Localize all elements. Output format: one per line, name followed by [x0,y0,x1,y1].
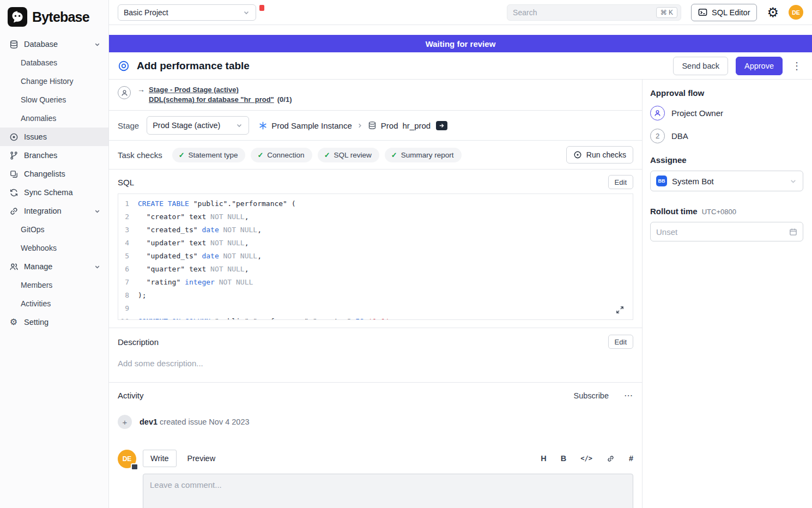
assignee-select[interactable]: BB System Bot [650,171,803,191]
sidebar-item-label: Anomalies [21,114,56,123]
sql-editor-label: SQL Editor [712,8,750,17]
task-link[interactable]: DDL(schema) for database "hr_prod" [149,95,274,104]
code-line: 9 [118,302,633,315]
sidebar-item-label: Changelists [24,170,65,178]
user-avatar[interactable]: DE [789,5,803,20]
code-text: COMMENT ON COLUMN "public"."performance"… [138,315,394,320]
sidebar-item-members[interactable]: Members [0,276,108,294]
sidebar-item-database[interactable]: Database [0,35,108,53]
stage-label: Stage [118,121,139,130]
run-checks-button[interactable]: Run checks [566,146,633,164]
task-check-sql-review[interactable]: ✓SQL review [318,148,379,162]
sidebar-item-slow-queries[interactable]: Slow Queries [0,90,108,109]
code-line: 10COMMENT ON COLUMN "public"."performanc… [118,315,633,320]
database-icon [9,40,19,49]
database-link[interactable]: hr_prod [402,121,431,130]
sql-editor-button[interactable]: SQL Editor [691,4,757,21]
sidebar-nav: DatabaseDatabasesChange HistorySlow Quer… [0,35,108,331]
notification-dot[interactable] [259,5,264,11]
description-placeholder: Add some description... [118,359,633,368]
task-check-label: Statement type [189,151,238,159]
sql-section: SQL Edit 1CREATE TABLE "public"."perform… [109,170,642,328]
sidebar-item-setting[interactable]: ⚙Setting [0,313,108,331]
bold-icon[interactable]: B [561,454,566,463]
check-icon: ✓ [179,151,185,159]
task-count: (0/1) [277,95,292,104]
comment-input[interactable] [143,474,633,508]
sidebar-item-label: Activities [21,299,51,308]
send-back-button[interactable]: Send back [673,57,728,75]
sidebar-item-gitops[interactable]: GitOps [0,220,108,239]
hash-icon[interactable]: # [629,454,633,463]
chevron-down-icon [94,263,101,270]
sidebar-item-integration[interactable]: Integration [0,202,108,220]
code-text: "rating" integer NOT NULL [138,276,253,289]
task-check-label: Connection [267,151,304,159]
sql-edit-button[interactable]: Edit [608,175,633,189]
task-check-statement-type[interactable]: ✓Statement type [172,148,246,162]
subscribe-button[interactable]: Subscribe [574,391,609,400]
sidebar-item-label: Webhooks [21,244,57,252]
search-input[interactable] [513,8,652,17]
assignee-avatar: BB [656,176,667,186]
bytebase-logo[interactable]: Bytebase [0,0,108,35]
code-text: "updater" text NOT NULL, [138,237,249,250]
line-number: 8 [118,289,138,302]
expand-icon[interactable] [616,306,624,314]
sidebar-item-manage[interactable]: Manage [0,257,108,276]
activity-text: created issue Nov 4 2023 [160,418,249,426]
changelist-icon [9,170,19,179]
chevron-down-icon [789,177,797,185]
description-label: Description [118,337,159,347]
arrow-right-icon: → [137,85,145,94]
sidebar-item-anomalies[interactable]: Anomalies [0,109,108,128]
sidebar-item-branches[interactable]: Branches [0,146,108,165]
search-box[interactable]: ⌘ K [507,4,681,21]
activity-more-icon[interactable]: ⋯ [624,390,633,401]
sidebar-item-changelists[interactable]: Changelists [0,165,108,183]
sidebar-item-issues[interactable]: Issues [0,128,108,146]
open-in-sql-editor-icon[interactable] [436,121,447,130]
activity-label: Activity [118,391,144,400]
instance-link[interactable]: Prod Sample Instance [271,121,352,130]
right-panel: Approval flow Project Owner2DBA Assignee… [642,80,812,508]
chevron-down-icon [94,41,101,48]
task-check-summary-report[interactable]: ✓Summary report [385,148,462,162]
project-select[interactable]: Basic Project [118,4,256,21]
more-options-icon[interactable]: ⋮ [790,60,803,72]
line-number: 2 [118,210,138,223]
sidebar-item-sync-schema[interactable]: Sync Schema [0,183,108,202]
sql-code-block: 1CREATE TABLE "public"."performance" (2 … [118,193,633,320]
sidebar-item-webhooks[interactable]: Webhooks [0,239,108,257]
topbar: Basic Project ⌘ K SQL Editor ⚙ DE [109,0,812,25]
stage-link[interactable]: Stage - Prod Stage (active) [149,86,239,94]
stage-select[interactable]: Prod Stage (active) [147,116,249,135]
description-edit-button[interactable]: Edit [608,335,633,349]
tab-write[interactable]: Write [143,450,177,467]
sidebar-item-change-history[interactable]: Change History [0,72,108,90]
sidebar-item-activities[interactable]: Activities [0,294,108,313]
task-check-label: SQL review [334,151,372,159]
code-line: 2 "creator" text NOT NULL, [118,210,633,223]
issue-status-icon [118,60,130,72]
approval-step: Project Owner [650,106,803,120]
link-icon[interactable] [607,455,615,463]
tab-preview[interactable]: Preview [187,450,216,467]
task-check-list: ✓Statement type✓Connection✓SQL review✓Su… [172,148,462,162]
sidebar-item-databases[interactable]: Databases [0,53,108,72]
approval-steps: Project Owner2DBA [650,106,803,143]
sidebar-item-label: Integration [24,207,62,215]
task-check-connection[interactable]: ✓Connection [251,148,312,162]
gear-icon[interactable]: ⚙ [767,6,779,19]
rollout-time-value[interactable] [656,227,789,237]
approve-button[interactable]: Approve [736,57,783,75]
issue-actions: Send back Approve ⋮ [673,57,803,75]
code-text: "updated_ts" date NOT NULL, [138,250,262,263]
line-number: 7 [118,276,138,289]
sidebar-item-label: GitOps [21,225,45,234]
keyboard-shortcut-badge: ⌘ K [656,7,677,18]
code-icon[interactable]: </> [580,455,592,462]
rollout-time-input[interactable] [650,222,803,241]
heading-icon[interactable]: H [541,454,546,463]
content: → Stage - Prod Stage (active) DDL(schema… [109,80,642,508]
